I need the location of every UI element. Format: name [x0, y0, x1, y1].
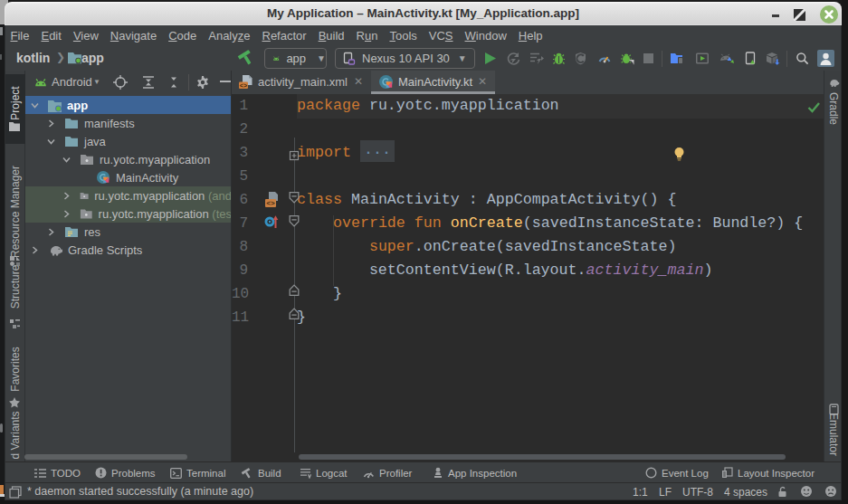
svg-text:<>: <> — [240, 82, 247, 90]
svg-text:<>: <> — [266, 199, 275, 207]
